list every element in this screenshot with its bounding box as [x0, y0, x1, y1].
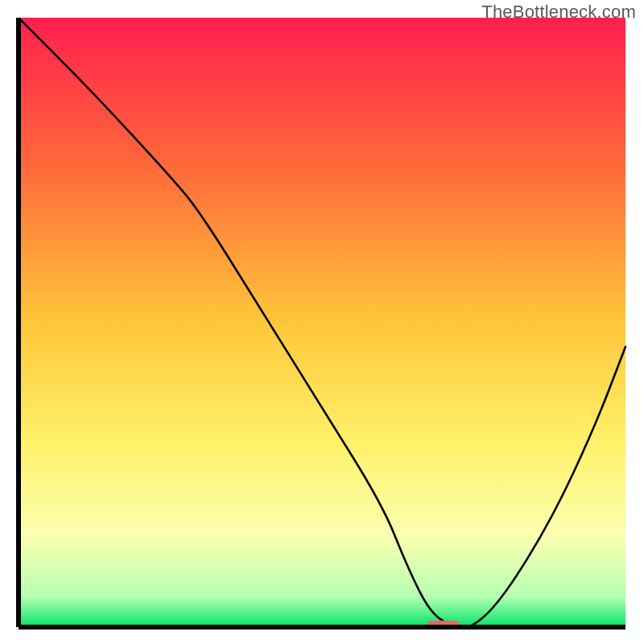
chart-container: TheBottleneck.com: [0, 0, 644, 644]
chart-svg: [16, 18, 628, 630]
gradient-background: [19, 18, 625, 627]
watermark-text: TheBottleneck.com: [481, 2, 636, 23]
plot-area: [16, 18, 628, 630]
